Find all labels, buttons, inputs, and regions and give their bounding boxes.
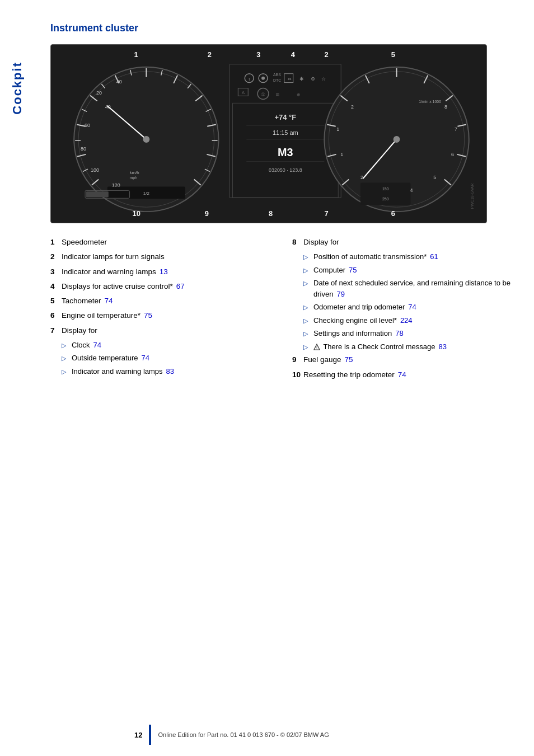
svg-text:M3: M3 — [278, 146, 293, 158]
svg-text:1/2: 1/2 — [143, 191, 150, 196]
footer: 12 Online Edition for Part no. 01 41 0 0… — [0, 722, 534, 756]
svg-text:1: 1 — [336, 126, 339, 132]
right-list-column: 8 Display for ▷ Position of automatic tr… — [292, 237, 512, 384]
section-title: Instrument cluster — [50, 22, 512, 34]
page-number: 12 — [134, 731, 142, 739]
svg-text:PWC18-GVAR: PWC18-GVAR — [470, 184, 474, 209]
sub-item-transmission: ▷ Position of automatic transmission*61 — [303, 251, 512, 262]
svg-text:✱: ✱ — [299, 76, 304, 82]
sub-item-indicator-warning: ▷ Indicator and warning lamps83 — [62, 366, 270, 377]
svg-text:☆: ☆ — [321, 76, 326, 82]
list-item-10: 10 Resetting the trip odometer74 — [292, 369, 512, 381]
svg-text:7: 7 — [324, 209, 328, 218]
svg-text:2: 2 — [208, 50, 212, 59]
list-item-3: 3 Indicator and warning lamps13 — [50, 266, 270, 278]
svg-text:2: 2 — [324, 50, 328, 59]
svg-text:4: 4 — [291, 50, 296, 59]
svg-text:!: ! — [316, 346, 317, 350]
sub-item-clock: ▷ Clock74 — [62, 340, 270, 351]
sub-item-settings: ▷ Settings and information78 — [303, 328, 512, 339]
svg-point-48 — [261, 77, 265, 80]
cockpit-sidebar-label: Cockpit — [10, 62, 25, 115]
sub-item-odometer: ▷ Odometer and trip odometer74 — [303, 302, 512, 313]
svg-text:60: 60 — [85, 123, 90, 128]
svg-text:2: 2 — [360, 175, 363, 180]
list-item-9: 9 Fuel gauge75 — [292, 354, 512, 365]
list-item-2: 2 Indicator lamps for turn signals — [50, 251, 270, 262]
svg-text:5: 5 — [433, 175, 436, 180]
sub-item-computer: ▷ Computer75 — [303, 265, 512, 276]
svg-point-98 — [394, 136, 400, 143]
svg-text:6: 6 — [391, 209, 395, 218]
svg-text:≋: ≋ — [275, 92, 280, 97]
list-item-1: 1 Speedometer — [50, 237, 270, 248]
svg-text:40: 40 — [116, 79, 122, 84]
svg-text:DTC: DTC — [273, 78, 281, 82]
svg-text:1: 1 — [134, 50, 138, 59]
svg-text:150: 150 — [382, 187, 389, 191]
svg-text:032050 · 123.8: 032050 · 123.8 — [269, 167, 302, 173]
svg-rect-99 — [360, 182, 410, 205]
svg-text:1: 1 — [340, 152, 343, 157]
svg-text:100: 100 — [91, 167, 99, 173]
list-item-8: 8 Display for — [292, 237, 512, 248]
svg-text:ABS: ABS — [273, 73, 281, 77]
svg-text:9: 9 — [205, 209, 209, 218]
item-lists: 1 Speedometer 2 Indicator lamps for turn… — [50, 237, 512, 384]
svg-text:2: 2 — [351, 104, 354, 110]
svg-point-41 — [143, 136, 149, 143]
svg-text:8: 8 — [444, 104, 447, 110]
svg-text:!: ! — [249, 77, 250, 82]
svg-text:mph: mph — [130, 176, 138, 180]
list-item-4: 4 Displays for active cruise control*67 — [50, 281, 270, 292]
copyright-text: Online Edition for Part no. 01 41 0 013 … — [158, 731, 329, 738]
svg-text:5: 5 — [391, 50, 395, 59]
sub-item-oil-level: ▷ Checking engine oil level*224 — [303, 315, 512, 326]
svg-text:①: ① — [261, 92, 265, 97]
instrument-cluster-image: 1 2 3 4 2 5 — [50, 44, 487, 223]
svg-text:11:15 am: 11:15 am — [273, 129, 298, 136]
list-item-5: 5 Tachometer74 — [50, 295, 270, 307]
svg-text:+74 °F: +74 °F — [275, 113, 297, 121]
svg-text:A: A — [242, 90, 245, 95]
svg-text:⊕: ⊕ — [297, 92, 301, 97]
blue-divider — [149, 725, 151, 745]
svg-text:8: 8 — [269, 209, 273, 218]
svg-text:1/min x 1000: 1/min x 1000 — [419, 100, 441, 104]
svg-text:20: 20 — [96, 90, 102, 96]
svg-text:10: 10 — [133, 209, 140, 218]
svg-text:6: 6 — [451, 152, 454, 157]
left-list-column: 1 Speedometer 2 Indicator lamps for turn… — [50, 237, 270, 384]
sub-item-service: ▷ Date of next scheduled service, and re… — [303, 278, 512, 299]
list-item-7: 7 Display for — [50, 325, 270, 336]
list-item-6: 6 Engine oil temperature*75 — [50, 310, 270, 321]
svg-text:80: 80 — [81, 146, 86, 152]
sub-item-outside-temp: ▷ Outside temperature74 — [62, 353, 270, 364]
svg-text:⇔: ⇔ — [288, 77, 292, 82]
svg-text:km/h: km/h — [130, 170, 139, 175]
sub-item-check-control: ▷ ! There is a Check Control message83 — [303, 341, 512, 353]
svg-text:250: 250 — [382, 197, 389, 201]
svg-text:7: 7 — [455, 126, 457, 132]
svg-text:3: 3 — [256, 50, 260, 59]
svg-rect-108 — [86, 191, 109, 197]
svg-text:⚙: ⚙ — [311, 76, 315, 82]
